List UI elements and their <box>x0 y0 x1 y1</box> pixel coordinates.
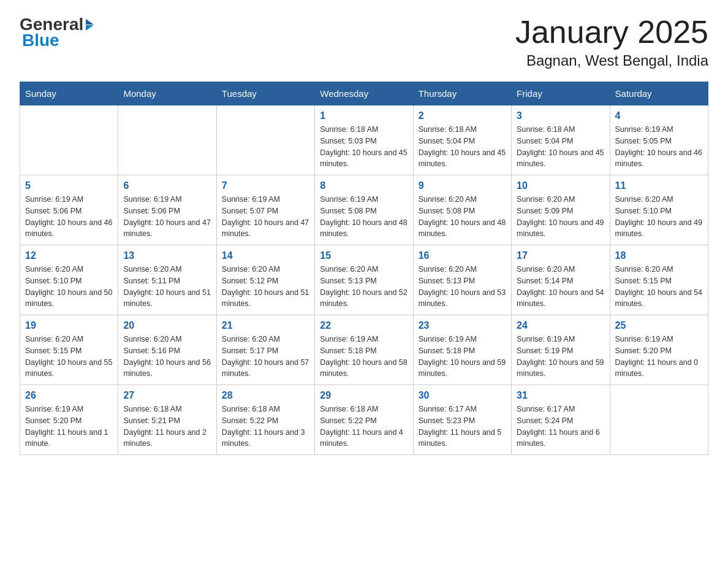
calendar-cell: 13Sunrise: 6:20 AMSunset: 5:11 PMDayligh… <box>118 245 216 315</box>
day-number: 4 <box>615 110 703 121</box>
calendar-cell: 23Sunrise: 6:19 AMSunset: 5:18 PMDayligh… <box>413 315 511 385</box>
calendar-cell: 19Sunrise: 6:20 AMSunset: 5:15 PMDayligh… <box>20 315 118 385</box>
logo: General Blue <box>20 15 94 50</box>
day-number: 9 <box>419 180 506 191</box>
calendar-title: January 2025 <box>515 15 708 50</box>
header-row: SundayMondayTuesdayWednesdayThursdayFrid… <box>20 82 708 105</box>
day-info: Sunrise: 6:19 AMSunset: 5:06 PMDaylight:… <box>25 194 113 240</box>
calendar-subtitle: Bagnan, West Bengal, India <box>515 52 708 69</box>
day-info: Sunrise: 6:17 AMSunset: 5:24 PMDaylight:… <box>517 404 604 450</box>
calendar-cell: 29Sunrise: 6:18 AMSunset: 5:22 PMDayligh… <box>315 385 413 455</box>
day-number: 18 <box>615 250 703 261</box>
calendar-cell: 31Sunrise: 6:17 AMSunset: 5:24 PMDayligh… <box>512 385 610 455</box>
day-info: Sunrise: 6:20 AMSunset: 5:11 PMDaylight:… <box>123 264 211 310</box>
day-info: Sunrise: 6:20 AMSunset: 5:13 PMDaylight:… <box>419 264 506 310</box>
calendar-cell: 21Sunrise: 6:20 AMSunset: 5:17 PMDayligh… <box>216 315 314 385</box>
day-info: Sunrise: 6:19 AMSunset: 5:08 PMDaylight:… <box>320 194 408 240</box>
day-info: Sunrise: 6:17 AMSunset: 5:23 PMDaylight:… <box>419 404 506 450</box>
calendar-cell: 27Sunrise: 6:18 AMSunset: 5:21 PMDayligh… <box>118 385 216 455</box>
calendar-cell: 4Sunrise: 6:19 AMSunset: 5:05 PMDaylight… <box>610 105 708 175</box>
day-number: 1 <box>320 110 408 121</box>
calendar-cell: 26Sunrise: 6:19 AMSunset: 5:20 PMDayligh… <box>20 385 118 455</box>
day-number: 5 <box>25 180 113 191</box>
header-day-monday: Monday <box>118 82 216 105</box>
day-number: 11 <box>615 180 703 191</box>
calendar-cell: 6Sunrise: 6:19 AMSunset: 5:06 PMDaylight… <box>118 175 216 245</box>
header-day-tuesday: Tuesday <box>216 82 314 105</box>
day-info: Sunrise: 6:20 AMSunset: 5:13 PMDaylight:… <box>320 264 408 310</box>
calendar-header: SundayMondayTuesdayWednesdayThursdayFrid… <box>20 82 708 105</box>
day-number: 19 <box>25 320 113 331</box>
day-number: 20 <box>123 320 211 331</box>
day-info: Sunrise: 6:20 AMSunset: 5:12 PMDaylight:… <box>222 264 309 310</box>
day-number: 17 <box>517 250 604 261</box>
calendar-cell <box>216 105 314 175</box>
calendar-cell: 17Sunrise: 6:20 AMSunset: 5:14 PMDayligh… <box>512 245 610 315</box>
day-info: Sunrise: 6:19 AMSunset: 5:19 PMDaylight:… <box>517 334 604 380</box>
day-number: 6 <box>123 180 211 191</box>
calendar-cell: 16Sunrise: 6:20 AMSunset: 5:13 PMDayligh… <box>413 245 511 315</box>
calendar-cell: 30Sunrise: 6:17 AMSunset: 5:23 PMDayligh… <box>413 385 511 455</box>
day-number: 3 <box>517 110 604 121</box>
page-header: General Blue January 2025 Bagnan, West B… <box>20 15 708 69</box>
day-number: 2 <box>419 110 506 121</box>
day-number: 24 <box>517 320 604 331</box>
day-info: Sunrise: 6:20 AMSunset: 5:10 PMDaylight:… <box>25 264 113 310</box>
calendar-week-1: 1Sunrise: 6:18 AMSunset: 5:03 PMDaylight… <box>20 105 708 175</box>
calendar-body: 1Sunrise: 6:18 AMSunset: 5:03 PMDaylight… <box>20 105 708 455</box>
day-info: Sunrise: 6:20 AMSunset: 5:17 PMDaylight:… <box>222 334 309 380</box>
day-number: 15 <box>320 250 408 261</box>
day-number: 26 <box>25 390 113 401</box>
day-number: 22 <box>320 320 408 331</box>
day-number: 12 <box>25 250 113 261</box>
calendar-cell: 12Sunrise: 6:20 AMSunset: 5:10 PMDayligh… <box>20 245 118 315</box>
calendar-week-3: 12Sunrise: 6:20 AMSunset: 5:10 PMDayligh… <box>20 245 708 315</box>
header-day-thursday: Thursday <box>413 82 511 105</box>
header-day-sunday: Sunday <box>20 82 118 105</box>
day-number: 27 <box>123 390 211 401</box>
title-block: January 2025 Bagnan, West Bengal, India <box>515 15 708 69</box>
day-info: Sunrise: 6:19 AMSunset: 5:06 PMDaylight:… <box>123 194 211 240</box>
day-info: Sunrise: 6:20 AMSunset: 5:15 PMDaylight:… <box>25 334 113 380</box>
day-info: Sunrise: 6:19 AMSunset: 5:18 PMDaylight:… <box>419 334 506 380</box>
calendar-cell: 25Sunrise: 6:19 AMSunset: 5:20 PMDayligh… <box>610 315 708 385</box>
calendar-cell: 7Sunrise: 6:19 AMSunset: 5:07 PMDaylight… <box>216 175 314 245</box>
day-info: Sunrise: 6:18 AMSunset: 5:21 PMDaylight:… <box>123 404 211 450</box>
day-info: Sunrise: 6:19 AMSunset: 5:20 PMDaylight:… <box>25 404 113 450</box>
calendar-cell: 5Sunrise: 6:19 AMSunset: 5:06 PMDaylight… <box>20 175 118 245</box>
day-info: Sunrise: 6:20 AMSunset: 5:14 PMDaylight:… <box>517 264 604 310</box>
day-number: 7 <box>222 180 309 191</box>
day-number: 21 <box>222 320 309 331</box>
day-number: 28 <box>222 390 309 401</box>
day-info: Sunrise: 6:20 AMSunset: 5:10 PMDaylight:… <box>615 194 703 240</box>
calendar-cell: 8Sunrise: 6:19 AMSunset: 5:08 PMDaylight… <box>315 175 413 245</box>
day-info: Sunrise: 6:19 AMSunset: 5:07 PMDaylight:… <box>222 194 309 240</box>
calendar-cell: 18Sunrise: 6:20 AMSunset: 5:15 PMDayligh… <box>610 245 708 315</box>
calendar-cell: 1Sunrise: 6:18 AMSunset: 5:03 PMDaylight… <box>315 105 413 175</box>
calendar-cell: 2Sunrise: 6:18 AMSunset: 5:04 PMDaylight… <box>413 105 511 175</box>
header-day-wednesday: Wednesday <box>315 82 413 105</box>
day-info: Sunrise: 6:20 AMSunset: 5:09 PMDaylight:… <box>517 194 604 240</box>
calendar-cell: 15Sunrise: 6:20 AMSunset: 5:13 PMDayligh… <box>315 245 413 315</box>
day-number: 8 <box>320 180 408 191</box>
day-number: 29 <box>320 390 408 401</box>
calendar-cell: 14Sunrise: 6:20 AMSunset: 5:12 PMDayligh… <box>216 245 314 315</box>
day-number: 31 <box>517 390 604 401</box>
day-info: Sunrise: 6:18 AMSunset: 5:22 PMDaylight:… <box>320 404 408 450</box>
day-info: Sunrise: 6:20 AMSunset: 5:16 PMDaylight:… <box>123 334 211 380</box>
day-number: 30 <box>419 390 506 401</box>
day-info: Sunrise: 6:19 AMSunset: 5:20 PMDaylight:… <box>615 334 703 380</box>
calendar-cell <box>20 105 118 175</box>
logo-blue-text: Blue <box>22 31 59 50</box>
calendar-cell: 11Sunrise: 6:20 AMSunset: 5:10 PMDayligh… <box>610 175 708 245</box>
day-number: 16 <box>419 250 506 261</box>
day-number: 14 <box>222 250 309 261</box>
day-info: Sunrise: 6:18 AMSunset: 5:22 PMDaylight:… <box>222 404 309 450</box>
day-number: 23 <box>419 320 506 331</box>
calendar-cell: 10Sunrise: 6:20 AMSunset: 5:09 PMDayligh… <box>512 175 610 245</box>
header-day-saturday: Saturday <box>610 82 708 105</box>
day-info: Sunrise: 6:20 AMSunset: 5:08 PMDaylight:… <box>419 194 506 240</box>
day-info: Sunrise: 6:18 AMSunset: 5:04 PMDaylight:… <box>517 124 604 170</box>
calendar-cell: 9Sunrise: 6:20 AMSunset: 5:08 PMDaylight… <box>413 175 511 245</box>
calendar-cell: 3Sunrise: 6:18 AMSunset: 5:04 PMDaylight… <box>512 105 610 175</box>
